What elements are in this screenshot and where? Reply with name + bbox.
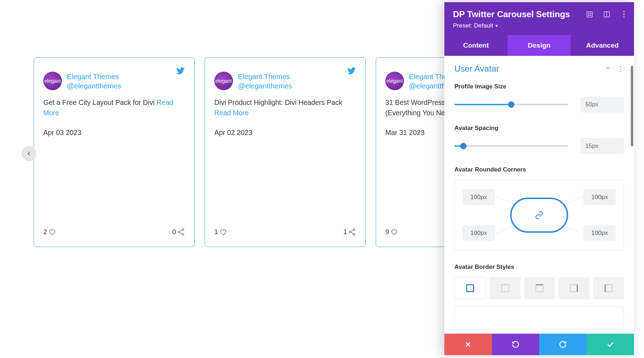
- share-metric[interactable]: 1: [343, 228, 356, 236]
- columns-icon[interactable]: [603, 11, 610, 18]
- focus-icon[interactable]: [586, 11, 593, 18]
- tweet-card: elegant Elegant Themes @elegantthemes Di…: [205, 57, 366, 247]
- svg-line-4: [180, 232, 182, 234]
- corner-tl-input[interactable]: 100px: [463, 189, 495, 205]
- svg-point-1: [178, 231, 180, 233]
- author-name[interactable]: Elegant Themes: [238, 71, 292, 82]
- border-style-top[interactable]: [524, 277, 555, 299]
- like-metric[interactable]: 9: [385, 228, 398, 236]
- svg-line-3: [180, 230, 182, 232]
- avatar: elegant: [385, 72, 404, 90]
- field-label: Avatar Spacing: [454, 125, 624, 132]
- confirm-button[interactable]: [587, 334, 634, 355]
- border-style-right[interactable]: [558, 277, 589, 299]
- close-icon: [464, 340, 472, 348]
- preset-dropdown[interactable]: Preset: Default▼: [453, 22, 625, 29]
- tweet-card: elegant Elegant Themes @elegantthemes Ge…: [34, 57, 195, 247]
- settings-panel: DP Twitter Carousel Settings Preset: Def…: [444, 2, 634, 355]
- panel-header: DP Twitter Carousel Settings Preset: Def…: [444, 2, 634, 35]
- tweet-date: Apr 02 2023: [214, 129, 356, 137]
- cancel-button[interactable]: [444, 334, 492, 355]
- collapse-icon[interactable]: [605, 65, 611, 73]
- panel-body: User Avatar ⋮ Profile Image Size 50px Av…: [444, 56, 634, 334]
- undo-icon: [512, 340, 519, 348]
- svg-point-0: [182, 229, 184, 231]
- tab-advanced[interactable]: Advanced: [571, 35, 634, 56]
- scrollbar[interactable]: [631, 66, 633, 146]
- redo-icon: [559, 340, 567, 348]
- panel-footer: [444, 334, 634, 355]
- avatar: elegant: [43, 72, 62, 90]
- svg-point-5: [353, 229, 355, 231]
- more-icon[interactable]: ⋮: [620, 11, 628, 18]
- twitter-icon: [347, 67, 356, 77]
- svg-line-9: [351, 232, 353, 234]
- tweet-text: Get a Free City Layout Pack for Divi Rea…: [43, 97, 185, 118]
- section-title[interactable]: User Avatar: [454, 64, 499, 74]
- caret-down-icon: ▼: [494, 24, 498, 28]
- corner-bl-input[interactable]: 100px: [463, 225, 495, 241]
- panel-tabs: Content Design Advanced: [444, 35, 634, 56]
- section-more-icon[interactable]: ⋮: [617, 65, 624, 72]
- avatar: elegant: [214, 72, 233, 90]
- svg-point-7: [353, 233, 355, 235]
- border-style-none[interactable]: [489, 277, 520, 299]
- profile-image-size-slider[interactable]: [454, 104, 568, 105]
- border-style-all[interactable]: [454, 277, 486, 299]
- svg-line-8: [351, 230, 353, 232]
- avatar-spacing-slider[interactable]: [454, 145, 568, 147]
- border-style-picker: [454, 277, 624, 299]
- tweet-date: Apr 03 2023: [43, 129, 185, 137]
- author-name[interactable]: Elegant Themes: [67, 71, 121, 82]
- border-detail-box: [454, 306, 624, 334]
- chevron-left-icon: [25, 150, 33, 157]
- corner-tr-input[interactable]: 100px: [584, 189, 616, 205]
- carousel-prev-button[interactable]: [21, 146, 36, 161]
- heart-icon: [390, 228, 398, 236]
- like-metric[interactable]: 1: [214, 228, 227, 236]
- share-metric[interactable]: 0: [172, 228, 185, 236]
- svg-rect-11: [589, 13, 591, 16]
- tweet-text: Divi Product Highlight: Divi Headers Pac…: [214, 97, 356, 118]
- redo-button[interactable]: [539, 334, 587, 355]
- rounded-corners-control: 100px 100px 100px 100px: [454, 180, 624, 251]
- svg-point-6: [349, 231, 351, 233]
- field-label: Avatar Rounded Corners: [454, 166, 624, 173]
- border-style-left[interactable]: [593, 277, 624, 299]
- twitter-icon: [176, 67, 185, 77]
- profile-image-size-value[interactable]: 50px: [580, 97, 624, 112]
- check-icon: [606, 340, 614, 348]
- author-handle[interactable]: @elegantthemes: [67, 82, 121, 90]
- field-label: Profile Image Size: [454, 83, 624, 90]
- undo-button[interactable]: [492, 334, 540, 355]
- link-icon: [535, 211, 543, 219]
- svg-rect-10: [587, 12, 592, 17]
- tab-design[interactable]: Design: [508, 35, 571, 56]
- field-label: Avatar Border Styles: [454, 263, 624, 271]
- tab-content[interactable]: Content: [444, 35, 508, 56]
- heart-icon: [219, 228, 227, 236]
- svg-point-2: [182, 233, 184, 235]
- share-icon: [177, 228, 185, 236]
- corner-br-input[interactable]: 100px: [584, 225, 616, 241]
- avatar-spacing-value[interactable]: 15px: [580, 138, 624, 154]
- read-more-link[interactable]: Read More: [214, 109, 249, 117]
- like-metric[interactable]: 2: [43, 228, 56, 236]
- share-icon: [348, 228, 356, 236]
- heart-icon: [48, 228, 56, 236]
- link-corners-toggle[interactable]: [510, 198, 568, 233]
- author-handle[interactable]: @elegantthemes: [238, 82, 292, 90]
